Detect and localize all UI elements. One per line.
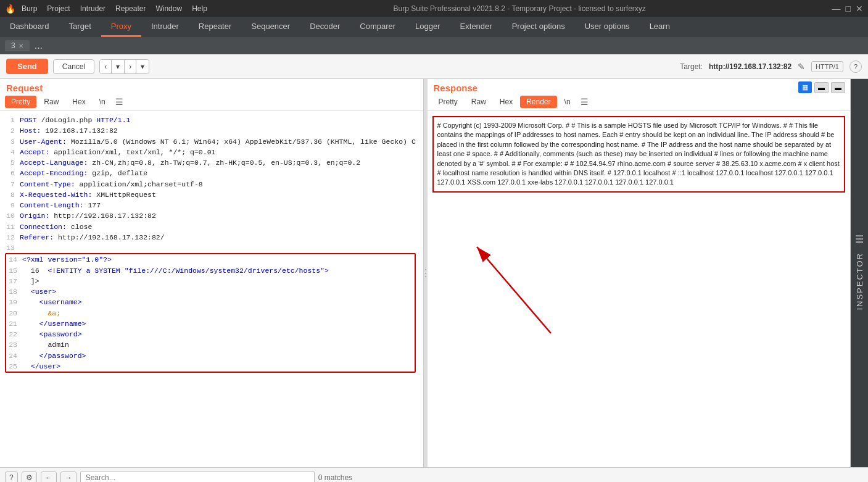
menu-project[interactable]: Project (47, 4, 70, 13)
menu-tab-intruder[interactable]: Intruder (141, 17, 189, 37)
line-number: 5 (5, 157, 15, 168)
target-url: http://192.168.17.132:82 (709, 62, 792, 71)
menu-window[interactable]: Window (155, 4, 182, 13)
view-vertical-button[interactable]: ▬ (831, 82, 845, 93)
close-button[interactable]: ✕ (856, 4, 863, 14)
bottom-bar: ? ⚙ ← → 0 matches (0, 467, 868, 482)
request-tab-raw[interactable]: Raw (38, 96, 65, 108)
request-tab-newline[interactable]: \n (93, 96, 112, 108)
response-panel: Response ▦ ▬ ▬ Pretty Raw Hex Render \n … (428, 79, 851, 467)
annotation-arrow (428, 235, 851, 358)
send-button[interactable]: Send (6, 59, 48, 74)
svg-line-1 (477, 247, 551, 333)
nav-fwd-button[interactable]: › (125, 60, 136, 73)
menu-tab-user-options[interactable]: User options (575, 17, 640, 37)
request-tab-menu[interactable]: ☰ (115, 97, 123, 107)
response-view-tools: ▦ ▬ ▬ (798, 81, 845, 93)
line-number: 12 (5, 232, 15, 243)
response-tab-pretty[interactable]: Pretty (432, 96, 464, 108)
request-header: Request (0, 79, 423, 93)
response-tabs: Pretty Raw Hex Render \n ☰ (428, 93, 851, 111)
menu-tab-dashboard[interactable]: Dashboard (0, 17, 59, 37)
window-controls: — □ ✕ (832, 4, 863, 14)
line-number: 23 (7, 339, 17, 350)
inspector-label[interactable]: INSPECTOR (855, 247, 864, 315)
edit-target-icon[interactable]: ✎ (798, 62, 805, 72)
line-number: 15 (7, 265, 17, 276)
search-input[interactable] (80, 471, 315, 483)
menu-tab-target[interactable]: Target (59, 17, 101, 37)
line-number: 25 (7, 361, 17, 372)
menu-tab-learn[interactable]: Learn (640, 17, 680, 37)
request-tab-hex[interactable]: Hex (66, 96, 91, 108)
minimize-button[interactable]: — (832, 4, 841, 14)
menu-tab-repeater[interactable]: Repeater (189, 17, 241, 37)
line-number: 4 (5, 147, 15, 157)
line-number: 24 (7, 351, 17, 361)
line-number: 18 (7, 286, 17, 297)
line-number: 14 (7, 254, 17, 265)
response-render-area[interactable]: # Copyright (c) 1993-2009 Microsoft Corp… (428, 111, 851, 467)
search-fwd-button[interactable]: → (60, 472, 76, 483)
menu-tab-comparer[interactable]: Comparer (350, 17, 405, 37)
line-number: 7 (5, 179, 15, 189)
line-number: 9 (5, 200, 15, 210)
tab-3[interactable]: 3 ✕ (5, 40, 30, 51)
line-number: 20 (7, 308, 17, 318)
menu-tab-decoder[interactable]: Decoder (300, 17, 350, 37)
request-tab-pretty[interactable]: Pretty (5, 96, 36, 108)
search-back-button[interactable]: ← (41, 472, 57, 483)
menu-tab-proxy[interactable]: Proxy (101, 17, 141, 37)
line-number: 6 (5, 168, 15, 178)
menu-bar: DashboardTargetProxyIntruderRepeaterSequ… (0, 17, 868, 37)
line-number: 22 (7, 329, 17, 339)
line-number: 2 (5, 125, 15, 136)
response-tab-newline[interactable]: \n (558, 96, 577, 108)
menu-repeater[interactable]: Repeater (115, 4, 146, 13)
menu-tab-extender[interactable]: Extender (450, 17, 502, 37)
view-split-button[interactable]: ▦ (798, 81, 812, 93)
line-number: 10 (5, 210, 15, 221)
response-header: Response (428, 79, 484, 93)
title-bar: 🔥 Burp Project Intruder Repeater Window … (0, 0, 868, 17)
tab-label: 3 (11, 41, 15, 50)
toolbar: Send Cancel ‹ ▾ › ▾ Target: http://192.1… (0, 54, 868, 79)
nav-button-group: ‹ ▾ › ▾ (99, 59, 149, 74)
menu-burp[interactable]: Burp (22, 4, 37, 13)
request-panel: Request Pretty Raw Hex \n ☰ 1POST /doLog… (0, 79, 424, 467)
app-logo: 🔥 (5, 4, 15, 14)
response-tab-menu[interactable]: ☰ (581, 97, 589, 107)
main-content: Request Pretty Raw Hex \n ☰ 1POST /doLog… (0, 79, 868, 467)
inspector-menu-icon[interactable]: ☰ (853, 231, 866, 247)
menu-tab-logger[interactable]: Logger (405, 17, 450, 37)
view-horizontal-button[interactable]: ▬ (814, 82, 829, 93)
settings-button[interactable]: ⚙ (22, 472, 37, 483)
nav-back-button[interactable]: ‹ (100, 60, 112, 73)
nav-back-dropdown[interactable]: ▾ (112, 60, 125, 73)
line-number: 17 (7, 276, 17, 286)
menu-tab-project-options[interactable]: Project options (502, 17, 575, 37)
nav-fwd-dropdown[interactable]: ▾ (136, 60, 149, 73)
response-content-box: # Copyright (c) 1993-2009 Microsoft Corp… (432, 116, 846, 193)
menu-help[interactable]: Help (192, 4, 207, 13)
toolbar-right: Target: http://192.168.17.132:82 ✎ HTTP/… (680, 60, 862, 73)
tab-close-icon[interactable]: ✕ (19, 43, 23, 49)
line-number: 8 (5, 189, 15, 200)
app-title: Burp Suite Professional v2021.8.2 - Temp… (207, 4, 832, 13)
maximize-button[interactable]: □ (846, 4, 851, 14)
response-tab-render[interactable]: Render (520, 96, 556, 108)
menu-tab-sequencer[interactable]: Sequencer (241, 17, 300, 37)
cancel-button[interactable]: Cancel (53, 59, 94, 74)
target-label: Target: (680, 62, 703, 71)
help-button[interactable]: ? (5, 472, 18, 483)
http-version-badge[interactable]: HTTP/1 (811, 61, 843, 72)
help-icon[interactable]: ? (849, 60, 862, 73)
menu-intruder[interactable]: Intruder (80, 4, 105, 13)
response-tab-hex[interactable]: Hex (494, 96, 519, 108)
line-number: 13 (5, 243, 15, 253)
matches-count: 0 matches (318, 473, 352, 482)
response-tab-raw[interactable]: Raw (465, 96, 492, 108)
tab-more[interactable]: ... (32, 40, 45, 51)
inspector-sidebar: ☰ INSPECTOR (851, 79, 868, 467)
request-code-area[interactable]: 1POST /doLogin.php HTTP/1.1 2Host: 192.1… (0, 111, 423, 467)
